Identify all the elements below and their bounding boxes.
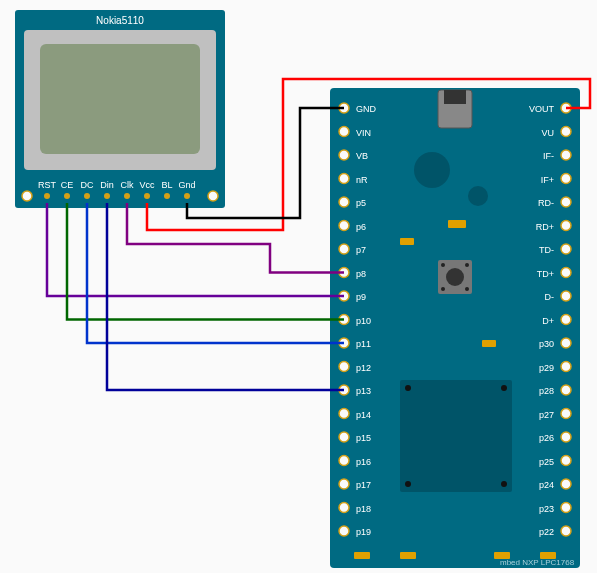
svg-point-115 xyxy=(561,479,571,489)
svg-point-105 xyxy=(561,362,571,372)
svg-point-71 xyxy=(339,409,349,419)
svg-text:IF-: IF- xyxy=(543,151,554,161)
svg-text:Vcc: Vcc xyxy=(139,180,155,190)
svg-point-89 xyxy=(561,174,571,184)
svg-text:p30: p30 xyxy=(539,339,554,349)
svg-text:DC: DC xyxy=(81,180,94,190)
svg-point-97 xyxy=(561,268,571,278)
svg-point-51 xyxy=(339,174,349,184)
svg-point-12 xyxy=(104,193,110,199)
svg-text:p12: p12 xyxy=(356,363,371,373)
svg-point-117 xyxy=(561,503,571,513)
svg-text:IF+: IF+ xyxy=(541,175,554,185)
svg-point-77 xyxy=(339,479,349,489)
svg-point-31 xyxy=(465,287,469,291)
svg-text:GND: GND xyxy=(356,104,377,114)
svg-point-87 xyxy=(561,150,571,160)
svg-text:D-: D- xyxy=(545,292,555,302)
svg-text:p23: p23 xyxy=(539,504,554,514)
svg-text:VIN: VIN xyxy=(356,128,371,138)
svg-point-28 xyxy=(441,263,445,267)
svg-point-5 xyxy=(208,191,218,201)
mbed-pin-p19: p19 xyxy=(339,526,371,537)
svg-text:p10: p10 xyxy=(356,316,371,326)
svg-point-73 xyxy=(339,432,349,442)
svg-point-57 xyxy=(339,244,349,254)
svg-point-10 xyxy=(84,193,90,199)
svg-point-20 xyxy=(184,193,190,199)
svg-text:p22: p22 xyxy=(539,527,554,537)
svg-point-101 xyxy=(561,315,571,325)
svg-rect-37 xyxy=(354,552,370,559)
svg-point-41 xyxy=(405,385,411,391)
svg-point-67 xyxy=(339,362,349,372)
svg-point-103 xyxy=(561,338,571,348)
wire-ce xyxy=(67,203,344,320)
svg-text:p9: p9 xyxy=(356,292,366,302)
svg-rect-34 xyxy=(448,220,466,228)
svg-text:BL: BL xyxy=(161,180,172,190)
reset-button[interactable] xyxy=(438,260,472,294)
svg-text:p6: p6 xyxy=(356,222,366,232)
svg-text:p17: p17 xyxy=(356,480,371,490)
svg-text:D+: D+ xyxy=(542,316,554,326)
svg-text:Gnd: Gnd xyxy=(178,180,195,190)
svg-text:p14: p14 xyxy=(356,410,371,420)
svg-text:p26: p26 xyxy=(539,433,554,443)
svg-text:p27: p27 xyxy=(539,410,554,420)
lcd-title: Nokia5110 xyxy=(96,15,144,26)
svg-point-30 xyxy=(441,287,445,291)
svg-point-16 xyxy=(144,193,150,199)
mbed-pin-rd+: RD+ xyxy=(536,221,571,232)
svg-point-75 xyxy=(339,456,349,466)
svg-text:p19: p19 xyxy=(356,527,371,537)
svg-text:RD-: RD- xyxy=(538,198,554,208)
svg-point-113 xyxy=(561,456,571,466)
svg-text:p15: p15 xyxy=(356,433,371,443)
svg-point-49 xyxy=(339,150,349,160)
svg-point-99 xyxy=(561,291,571,301)
svg-text:p29: p29 xyxy=(539,363,554,373)
svg-point-29 xyxy=(465,263,469,267)
wire-clk xyxy=(127,203,344,273)
svg-rect-38 xyxy=(400,552,416,559)
mbed-board: GNDVINVBnRp5p6p7p8p9p10p11p12p13p14p15p1… xyxy=(330,88,580,568)
wiring-diagram: Nokia5110 RSTCEDCDinClkVccBLGnd GNDVINVB… xyxy=(0,0,597,573)
svg-point-79 xyxy=(339,503,349,513)
svg-text:VB: VB xyxy=(356,151,368,161)
svg-text:p24: p24 xyxy=(539,480,554,490)
mbed-footer: mbed NXP LPC1768 xyxy=(500,558,575,567)
svg-text:CE: CE xyxy=(61,180,74,190)
svg-point-33 xyxy=(468,186,488,206)
svg-point-81 xyxy=(339,526,349,536)
svg-rect-3 xyxy=(40,44,200,154)
svg-point-93 xyxy=(561,221,571,231)
svg-point-4 xyxy=(22,191,32,201)
svg-text:p28: p28 xyxy=(539,386,554,396)
svg-point-91 xyxy=(561,197,571,207)
svg-point-119 xyxy=(561,526,571,536)
mbed-pin-p15: p15 xyxy=(339,432,371,443)
svg-point-32 xyxy=(414,152,450,188)
svg-text:RD+: RD+ xyxy=(536,222,554,232)
svg-text:Din: Din xyxy=(100,180,114,190)
svg-rect-25 xyxy=(444,90,466,104)
svg-rect-35 xyxy=(400,238,414,245)
svg-point-43 xyxy=(405,481,411,487)
mbed-pin-vout: VOUT xyxy=(529,103,571,114)
svg-text:TD-: TD- xyxy=(539,245,554,255)
mbed-pin-p12: p12 xyxy=(339,362,371,373)
mbed-pin-p18: p18 xyxy=(339,503,371,514)
svg-point-42 xyxy=(501,385,507,391)
svg-point-47 xyxy=(339,127,349,137)
svg-text:RST: RST xyxy=(38,180,57,190)
svg-text:p16: p16 xyxy=(356,457,371,467)
svg-point-53 xyxy=(339,197,349,207)
svg-point-8 xyxy=(64,193,70,199)
svg-text:p18: p18 xyxy=(356,504,371,514)
svg-point-14 xyxy=(124,193,130,199)
svg-point-85 xyxy=(561,127,571,137)
svg-text:VOUT: VOUT xyxy=(529,104,555,114)
svg-text:nR: nR xyxy=(356,175,368,185)
svg-text:VU: VU xyxy=(541,128,554,138)
